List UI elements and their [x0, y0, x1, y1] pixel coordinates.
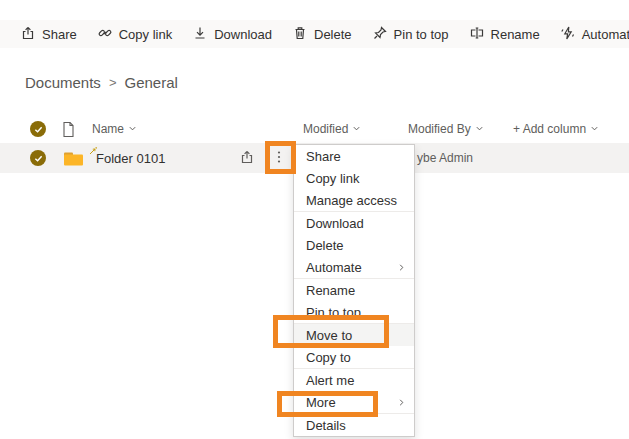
copy-link-label: Copy link — [119, 27, 172, 42]
rename-button[interactable]: Rename — [459, 20, 550, 48]
delete-button[interactable]: Delete — [282, 20, 362, 48]
chevron-right-icon — [397, 260, 406, 275]
breadcrumb: Documents > General — [25, 74, 178, 91]
automate-button[interactable]: Automate — [550, 20, 629, 48]
column-header-modified-by[interactable]: Modified By — [408, 117, 484, 141]
share-icon — [239, 149, 255, 168]
copy-link-button[interactable]: Copy link — [87, 20, 182, 48]
chevron-down-icon — [590, 122, 599, 136]
rename-label: Rename — [491, 27, 540, 42]
menu-item-manage-access[interactable]: Manage access — [294, 189, 414, 211]
annotation-box-move-to — [273, 315, 389, 348]
select-all-checkbox[interactable] — [30, 117, 46, 141]
download-label: Download — [214, 27, 272, 42]
rename-icon — [469, 25, 485, 44]
menu-item-delete[interactable]: Delete — [294, 234, 414, 256]
select-all-check-icon — [30, 121, 46, 137]
menu-item-share[interactable]: Share — [294, 145, 414, 167]
menu-item-alert-me[interactable]: Alert me — [294, 369, 414, 391]
menu-item-details[interactable]: Details — [294, 414, 414, 436]
menu-item-copy-link[interactable]: Copy link — [294, 167, 414, 189]
pin-to-top-button[interactable]: Pin to top — [362, 20, 459, 48]
breadcrumb-separator: > — [109, 75, 117, 90]
breadcrumb-documents[interactable]: Documents — [25, 74, 101, 91]
share-label: Share — [42, 27, 77, 42]
add-column-button[interactable]: + Add column — [513, 117, 599, 141]
column-header-name[interactable]: Name — [92, 117, 137, 141]
row-modified-by-value: ybe Admin — [417, 143, 473, 173]
pin-to-top-label: Pin to top — [394, 27, 449, 42]
chevron-down-icon — [352, 122, 361, 136]
automate-label: Automate — [582, 27, 629, 42]
download-button[interactable]: Download — [182, 20, 282, 48]
chevron-right-icon — [397, 395, 406, 410]
menu-item-download[interactable]: Download — [294, 212, 414, 234]
annotation-box-more-actions — [265, 141, 296, 174]
pin-icon — [372, 25, 388, 44]
download-icon — [192, 25, 208, 44]
menu-item-automate[interactable]: Automate — [294, 256, 414, 278]
command-bar: Share Copy link Download Delete Pin to t… — [0, 20, 629, 48]
breadcrumb-general[interactable]: General — [124, 74, 177, 91]
row-name-label[interactable]: Folder 0101 — [96, 143, 165, 173]
automate-icon — [560, 25, 576, 44]
share-button[interactable]: Share — [10, 20, 87, 48]
row-share-button[interactable] — [239, 143, 255, 173]
delete-label: Delete — [314, 27, 352, 42]
chevron-down-icon — [128, 122, 137, 136]
folder-icon — [63, 143, 84, 173]
chevron-down-icon — [475, 122, 484, 136]
menu-item-copy-to[interactable]: Copy to — [294, 346, 414, 368]
annotation-box-more — [277, 391, 378, 417]
share-icon — [20, 25, 36, 44]
row-check-icon — [30, 150, 46, 166]
row-checkbox[interactable] — [30, 143, 46, 173]
copy-link-icon — [97, 25, 113, 44]
menu-item-rename[interactable]: Rename — [294, 279, 414, 301]
delete-icon — [292, 25, 308, 44]
file-type-column-icon — [61, 117, 76, 141]
column-header-modified[interactable]: Modified — [303, 117, 361, 141]
